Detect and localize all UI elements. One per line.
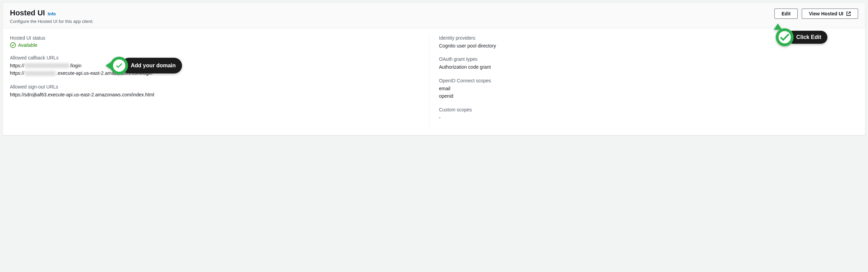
- view-hosted-ui-button[interactable]: View Hosted UI: [802, 9, 858, 19]
- status-value: Available: [18, 42, 38, 48]
- field-callback-urls: Allowed callback URLs https:// /login Ad…: [10, 55, 422, 77]
- callback-url-1: https:// /login Add your domain: [10, 62, 422, 69]
- url-suffix: /login: [70, 62, 81, 69]
- callout-add-domain-label: Add your domain: [121, 58, 182, 73]
- callout-check-circle: [110, 57, 128, 74]
- panel-header: Hosted UI Info Configure the Hosted UI f…: [3, 3, 865, 28]
- grant-label: OAuth grant types: [439, 56, 852, 62]
- callout-add-domain: Add your domain: [106, 57, 182, 74]
- signout-url-1: https://sdrojbaf63.execute-api.us-east-2…: [10, 91, 422, 98]
- field-grant: OAuth grant types Authorization code gra…: [439, 56, 852, 71]
- callout-click-edit: Click Edit: [776, 24, 827, 46]
- callback-url-2: https:// .execute-api.us-east-2.amazonaw…: [10, 69, 422, 77]
- custom-scopes-label: Custom scopes: [439, 107, 852, 112]
- status-check-icon: [10, 42, 16, 48]
- scope-value-2: openid: [439, 92, 852, 100]
- redacted-domain: [25, 63, 69, 68]
- hosted-ui-panel: Hosted UI Info Configure the Hosted UI f…: [3, 3, 865, 135]
- status-value-row: Available: [10, 42, 422, 48]
- signout-label: Allowed sign-out URLs: [10, 84, 422, 90]
- custom-scopes-value: -: [439, 114, 852, 121]
- view-hosted-ui-label: View Hosted UI: [809, 11, 843, 16]
- callout-check-circle: [776, 28, 794, 46]
- external-link-icon: [846, 11, 851, 16]
- check-icon: [779, 31, 791, 43]
- grant-value: Authorization code grant: [439, 63, 852, 71]
- edit-button-label: Edit: [782, 11, 790, 16]
- redacted-domain: [25, 71, 56, 76]
- left-column: Hosted UI status Available Allowed callb…: [10, 35, 429, 128]
- url-prefix: https://: [10, 62, 24, 69]
- header-actions: Edit View Hosted UI: [774, 9, 858, 19]
- right-column: Identity providers Cognito user pool dir…: [429, 35, 858, 128]
- url-prefix: https://: [10, 69, 24, 77]
- scopes-label: OpenID Connect scopes: [439, 78, 852, 83]
- subtitle: Configure the Hosted UI for this app cli…: [10, 19, 774, 24]
- page-title: Hosted UI: [10, 9, 45, 17]
- header-left: Hosted UI Info Configure the Hosted UI f…: [10, 9, 774, 24]
- field-status: Hosted UI status Available: [10, 35, 422, 48]
- callback-label: Allowed callback URLs: [10, 55, 422, 60]
- edit-button[interactable]: Edit: [774, 9, 798, 19]
- scope-value-1: email: [439, 85, 852, 92]
- info-link[interactable]: Info: [48, 11, 56, 16]
- field-custom-scopes: Custom scopes -: [439, 107, 852, 121]
- panel-body: Hosted UI status Available Allowed callb…: [3, 28, 865, 135]
- field-scopes: OpenID Connect scopes email openid: [439, 78, 852, 100]
- field-signout-urls: Allowed sign-out URLs https://sdrojbaf63…: [10, 84, 422, 98]
- check-icon: [115, 62, 123, 70]
- status-label: Hosted UI status: [10, 35, 422, 41]
